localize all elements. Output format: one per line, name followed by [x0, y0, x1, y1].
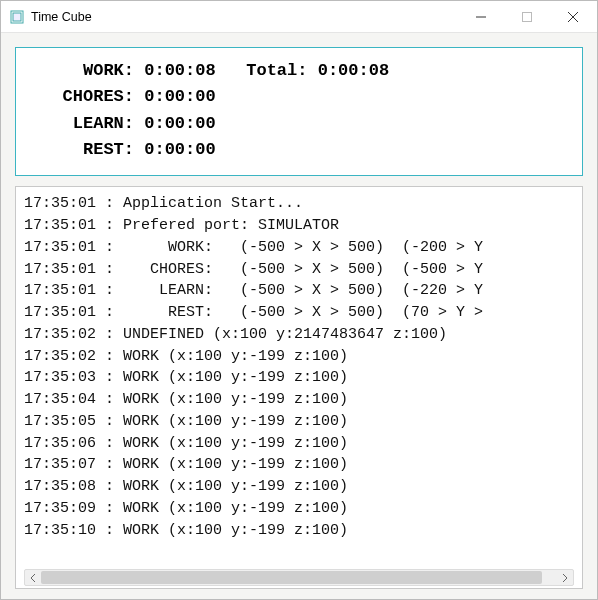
- scroll-track[interactable]: [41, 570, 557, 585]
- rest-label: REST:: [83, 140, 134, 159]
- total-value: 0:00:08: [318, 61, 389, 80]
- log-line: 17:35:04 : WORK (x:100 y:-199 z:100): [24, 389, 574, 411]
- close-button[interactable]: [550, 1, 596, 32]
- horizontal-scrollbar[interactable]: [24, 569, 574, 586]
- log-line: 17:35:01 : Prefered port: SIMULATOR: [24, 215, 574, 237]
- log-line: 17:35:06 : WORK (x:100 y:-199 z:100): [24, 433, 574, 455]
- log-line: 17:35:01 : REST: (-500 > X > 500) (70 > …: [24, 302, 574, 324]
- summary-row-work: WORK: 0:00:08 Total: 0:00:08: [32, 58, 566, 84]
- work-label: WORK:: [83, 61, 134, 80]
- log-line: 17:35:01 : Application Start...: [24, 193, 574, 215]
- svg-rect-1: [13, 13, 21, 21]
- rest-value: 0:00:00: [144, 140, 215, 159]
- scroll-right-icon[interactable]: [557, 570, 573, 585]
- log-line: 17:35:08 : WORK (x:100 y:-199 z:100): [24, 476, 574, 498]
- log-line: 17:35:03 : WORK (x:100 y:-199 z:100): [24, 367, 574, 389]
- log-line: 17:35:02 : UNDEFINED (x:100 y:2147483647…: [24, 324, 574, 346]
- log-line: 17:35:10 : WORK (x:100 y:-199 z:100): [24, 520, 574, 542]
- scroll-thumb[interactable]: [41, 571, 542, 584]
- log-line: 17:35:05 : WORK (x:100 y:-199 z:100): [24, 411, 574, 433]
- summary-row-chores: CHORES: 0:00:00: [32, 84, 566, 110]
- summary-panel: WORK: 0:00:08 Total: 0:00:08 CHORES: 0:0…: [15, 47, 583, 176]
- total-label: Total:: [246, 61, 307, 80]
- learn-value: 0:00:00: [144, 114, 215, 133]
- minimize-button[interactable]: [458, 1, 504, 32]
- log-line: 17:35:09 : WORK (x:100 y:-199 z:100): [24, 498, 574, 520]
- work-value: 0:00:08: [144, 61, 215, 80]
- svg-rect-3: [523, 12, 532, 21]
- app-window: Time Cube WORK: 0:00:08 Total: 0:00:08 C…: [0, 0, 598, 600]
- client-area: WORK: 0:00:08 Total: 0:00:08 CHORES: 0:0…: [1, 33, 597, 599]
- log-line: 17:35:07 : WORK (x:100 y:-199 z:100): [24, 454, 574, 476]
- log-panel[interactable]: 17:35:01 : Application Start...17:35:01 …: [15, 186, 583, 589]
- log-line: 17:35:01 : WORK: (-500 > X > 500) (-200 …: [24, 237, 574, 259]
- app-icon: [9, 9, 25, 25]
- log-line: 17:35:02 : WORK (x:100 y:-199 z:100): [24, 346, 574, 368]
- log-line: 17:35:01 : CHORES: (-500 > X > 500) (-50…: [24, 259, 574, 281]
- scroll-left-icon[interactable]: [25, 570, 41, 585]
- window-title: Time Cube: [31, 10, 458, 24]
- summary-row-rest: REST: 0:00:00: [32, 137, 566, 163]
- log-line: 17:35:01 : LEARN: (-500 > X > 500) (-220…: [24, 280, 574, 302]
- learn-label: LEARN:: [73, 114, 134, 133]
- window-controls: [458, 1, 597, 32]
- chores-label: CHORES:: [63, 87, 134, 106]
- chores-value: 0:00:00: [144, 87, 215, 106]
- summary-row-learn: LEARN: 0:00:00: [32, 111, 566, 137]
- titlebar[interactable]: Time Cube: [1, 1, 597, 33]
- log-lines: 17:35:01 : Application Start...17:35:01 …: [24, 193, 574, 566]
- maximize-button[interactable]: [504, 1, 550, 32]
